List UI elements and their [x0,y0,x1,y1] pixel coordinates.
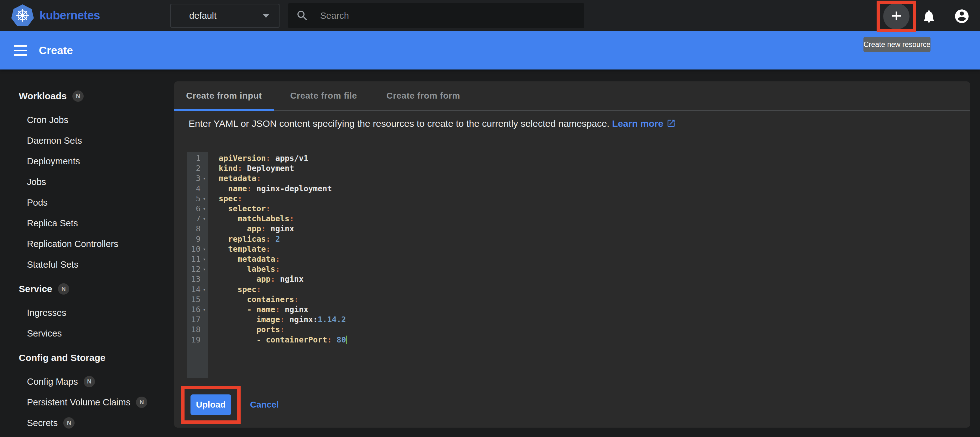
chevron-down-icon [262,14,269,18]
code-text: kind: Deployment [208,163,294,173]
line-number: 9 [187,234,200,244]
kubernetes-brand[interactable]: kubernetes [11,5,100,26]
fold-arrow-icon: ▾ [200,194,208,204]
code-text: - name: nginx [208,305,308,315]
yaml-editor[interactable]: 1apiVersion: apps/v12kind: Deployment3▾m… [187,152,956,378]
fold-spacer [200,184,208,194]
code-line: 10▾ template: [187,244,956,254]
code-text: containers: [208,294,299,305]
brand-title: kubernetes [40,9,100,22]
cancel-button[interactable]: Cancel [250,394,279,415]
code-text: spec: [208,285,261,294]
create-description: Enter YAML or JSON content specifying th… [189,118,676,129]
code-line: 17 image: nginx:1.14.2 [187,315,956,325]
create-new-resource-button[interactable]: + [883,3,910,29]
namespaced-badge: N [136,397,147,408]
code-line: 2kind: Deployment [187,163,956,173]
sidebar-item-label: Pods [27,198,48,208]
menu-hamburger-icon[interactable] [14,45,27,56]
search-icon [296,9,309,22]
external-link-icon [663,118,676,129]
search-bar[interactable] [288,3,584,28]
line-number: 19 [187,335,200,345]
code-text: app: nginx [208,224,294,234]
learn-more-link[interactable]: Learn more [612,118,676,129]
line-number: 8 [187,224,200,234]
sidebar-item-jobs[interactable]: Jobs [19,171,175,192]
sidebar-item-config-maps[interactable]: Config MapsN [19,371,175,392]
sidebar-item-services[interactable]: Services [19,323,175,344]
fold-spacer [200,294,208,305]
sidebar-item-label: Ingresses [27,308,67,318]
code-line: 5▾spec: [187,194,956,204]
tooltip-create-new-resource: Create new resource [864,37,931,52]
namespace-selector[interactable]: default [170,4,280,27]
line-number: 15 [187,294,200,305]
sidebar-item-label: Replica Sets [27,218,78,228]
sidebar-item-label: Deployments [27,156,80,166]
sidebar-item-daemon-sets[interactable]: Daemon Sets [19,130,175,151]
sidebar-header-config-and-storage[interactable]: Config and Storage [19,347,175,368]
line-number: 11 [187,254,200,264]
code-line: 15 containers: [187,294,956,305]
sidebar-item-stateful-sets[interactable]: Stateful Sets [19,254,175,275]
code-line: 4 name: nginx-deployment [187,184,956,194]
sidebar-item-secrets[interactable]: SecretsN [19,413,175,433]
tab-create-from-input[interactable]: Create from input [174,81,274,110]
sidebar-item-label: Persistent Volume Claims [27,397,130,408]
code-line: 8 app: nginx [187,224,956,234]
code-text: labels: [208,264,280,274]
fold-arrow-icon: ▾ [200,214,208,224]
line-number: 1 [187,154,200,163]
page-title: Create [39,31,73,70]
code-text: ports: [208,325,285,335]
fold-spacer [200,154,208,163]
line-number: 13 [187,274,200,284]
create-card: Create from inputCreate from fileCreate … [174,81,970,428]
sidebar-item-persistent-volume-claims[interactable]: Persistent Volume ClaimsN [19,392,175,413]
tab-create-from-form[interactable]: Create from form [374,81,473,110]
code-text: app: nginx [208,274,304,284]
fold-arrow-icon: ▾ [200,285,208,294]
namespaced-badge: N [58,283,69,294]
code-line: 1apiVersion: apps/v1 [187,154,956,163]
line-number: 3 [187,173,200,184]
sidebar-item-label: Daemon Sets [27,136,82,146]
namespaced-badge: N [72,90,84,102]
code-text: - containerPort: 80 [208,335,347,345]
sidebar-item-replica-sets[interactable]: Replica Sets [19,213,175,234]
description-text: Enter YAML or JSON content specifying th… [189,118,609,129]
code-line: 3▾metadata: [187,173,956,184]
code-line: 9 replicas: 2 [187,234,956,244]
fold-arrow-icon: ▾ [200,305,208,315]
sidebar-header-service[interactable]: ServiceN [19,279,175,299]
plus-icon: + [891,6,902,25]
sidebar-group-workloads: WorkloadsNCron JobsDaemon SetsDeployment… [19,86,175,275]
sidebar-group-service: ServiceNIngressesServices [19,279,175,344]
editor-code: 1apiVersion: apps/v12kind: Deployment3▾m… [187,154,956,345]
namespace-value: default [189,11,262,21]
namespaced-badge: N [84,376,95,387]
sidebar-item-ingresses[interactable]: Ingresses [19,302,175,323]
tab-create-from-file[interactable]: Create from file [274,81,374,110]
namespaced-badge: N [63,417,75,429]
sidebar-item-deployments[interactable]: Deployments [19,151,175,171]
sidebar-item-label: Jobs [27,177,46,187]
sidebar-item-pods[interactable]: Pods [19,192,175,213]
upload-button[interactable]: Upload [191,394,231,415]
code-line: 11▾ metadata: [187,254,956,264]
code-line: 12▾ labels: [187,264,956,274]
code-text: spec: [208,194,242,204]
fold-spacer [200,274,208,284]
kubernetes-logo-icon [11,5,34,26]
line-number: 16 [187,305,200,315]
account-avatar-icon[interactable] [954,8,970,24]
code-text: apiVersion: apps/v1 [208,154,308,163]
fold-spacer [200,234,208,244]
sidebar-item-replication-controllers[interactable]: Replication Controllers [19,234,175,254]
line-number: 2 [187,163,200,173]
search-input[interactable] [320,11,539,21]
notifications-bell-icon[interactable] [921,9,937,24]
sidebar-item-cron-jobs[interactable]: Cron Jobs [19,109,175,130]
sidebar-header-workloads[interactable]: WorkloadsN [19,86,175,106]
